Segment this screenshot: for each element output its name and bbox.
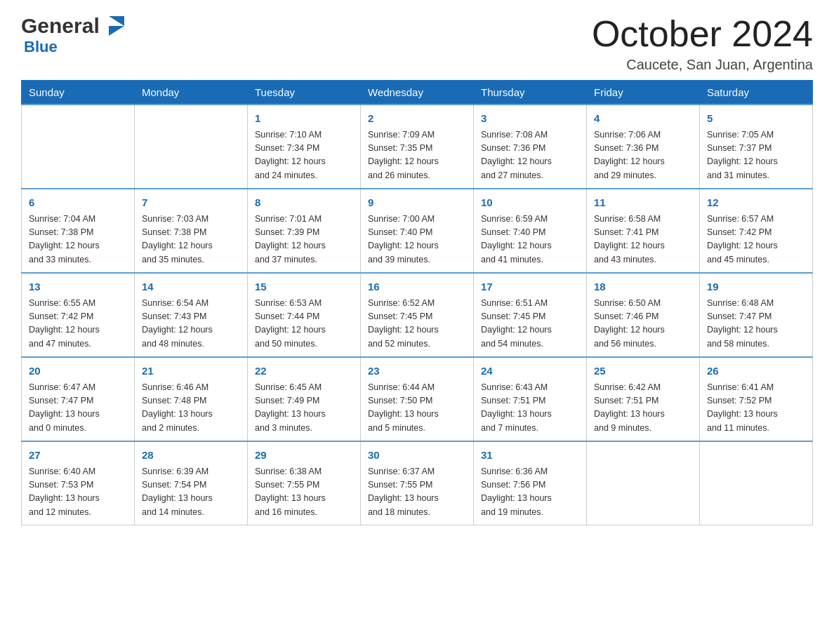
day-info: Sunrise: 6:55 AMSunset: 7:42 PMDaylight:… [29, 297, 127, 351]
day-number: 17 [481, 279, 579, 295]
calendar-cell [700, 441, 813, 525]
day-info: Sunrise: 7:01 AMSunset: 7:39 PMDaylight:… [255, 213, 353, 267]
day-info: Sunrise: 6:59 AMSunset: 7:40 PMDaylight:… [481, 213, 579, 267]
calendar-cell: 6Sunrise: 7:04 AMSunset: 7:38 PMDaylight… [22, 189, 135, 273]
calendar-table: SundayMondayTuesdayWednesdayThursdayFrid… [21, 80, 813, 525]
calendar-cell: 27Sunrise: 6:40 AMSunset: 7:53 PMDayligh… [22, 441, 135, 525]
day-number: 23 [368, 363, 466, 380]
calendar-week-3: 13Sunrise: 6:55 AMSunset: 7:42 PMDayligh… [22, 273, 813, 357]
day-info: Sunrise: 7:08 AMSunset: 7:36 PMDaylight:… [481, 128, 579, 183]
calendar-week-2: 6Sunrise: 7:04 AMSunset: 7:38 PMDaylight… [22, 189, 813, 273]
weekday-header-thursday: Thursday [474, 81, 587, 105]
page-header: General Blue October 2024 Caucete, San J… [21, 14, 813, 73]
day-info: Sunrise: 7:10 AMSunset: 7:34 PMDaylight:… [255, 128, 353, 183]
day-number: 26 [707, 363, 805, 380]
calendar-week-5: 27Sunrise: 6:40 AMSunset: 7:53 PMDayligh… [22, 441, 813, 525]
day-info: Sunrise: 6:53 AMSunset: 7:44 PMDaylight:… [255, 297, 353, 351]
calendar-cell: 9Sunrise: 7:00 AMSunset: 7:40 PMDaylight… [361, 189, 474, 273]
weekday-header-sunday: Sunday [22, 81, 135, 105]
day-number: 18 [594, 279, 692, 295]
calendar-cell: 4Sunrise: 7:06 AMSunset: 7:36 PMDaylight… [587, 105, 700, 189]
calendar-cell: 12Sunrise: 6:57 AMSunset: 7:42 PMDayligh… [700, 189, 813, 273]
day-number: 25 [594, 363, 692, 380]
day-info: Sunrise: 6:46 AMSunset: 7:48 PMDaylight:… [142, 381, 240, 436]
day-number: 1 [255, 111, 353, 127]
day-info: Sunrise: 7:06 AMSunset: 7:36 PMDaylight:… [594, 128, 692, 183]
calendar-cell: 1Sunrise: 7:10 AMSunset: 7:34 PMDaylight… [248, 105, 361, 189]
calendar-cell [22, 105, 135, 189]
day-info: Sunrise: 6:52 AMSunset: 7:45 PMDaylight:… [368, 297, 466, 351]
logo: General Blue [21, 14, 124, 56]
day-info: Sunrise: 6:41 AMSunset: 7:52 PMDaylight:… [707, 381, 805, 436]
calendar-cell: 30Sunrise: 6:37 AMSunset: 7:55 PMDayligh… [361, 441, 474, 525]
calendar-cell: 10Sunrise: 6:59 AMSunset: 7:40 PMDayligh… [474, 189, 587, 273]
calendar-cell: 5Sunrise: 7:05 AMSunset: 7:37 PMDaylight… [700, 105, 813, 189]
day-info: Sunrise: 7:05 AMSunset: 7:37 PMDaylight:… [707, 128, 805, 183]
day-info: Sunrise: 6:39 AMSunset: 7:54 PMDaylight:… [142, 465, 240, 520]
calendar-cell: 19Sunrise: 6:48 AMSunset: 7:47 PMDayligh… [700, 273, 813, 357]
month-title: October 2024 [592, 14, 813, 54]
calendar-cell: 26Sunrise: 6:41 AMSunset: 7:52 PMDayligh… [700, 357, 813, 441]
day-number: 5 [707, 111, 805, 127]
location-text: Caucete, San Juan, Argentina [592, 57, 813, 73]
day-info: Sunrise: 6:38 AMSunset: 7:55 PMDaylight:… [255, 465, 353, 520]
day-info: Sunrise: 6:42 AMSunset: 7:51 PMDaylight:… [594, 381, 692, 436]
day-number: 16 [368, 279, 466, 295]
calendar-week-1: 1Sunrise: 7:10 AMSunset: 7:34 PMDaylight… [22, 105, 813, 189]
weekday-header-wednesday: Wednesday [361, 81, 474, 105]
day-info: Sunrise: 6:58 AMSunset: 7:41 PMDaylight:… [594, 213, 692, 267]
day-number: 11 [594, 195, 692, 211]
svg-marker-0 [109, 16, 124, 26]
day-number: 19 [707, 279, 805, 295]
calendar-cell: 22Sunrise: 6:45 AMSunset: 7:49 PMDayligh… [248, 357, 361, 441]
day-info: Sunrise: 6:36 AMSunset: 7:56 PMDaylight:… [481, 465, 579, 520]
weekday-header-tuesday: Tuesday [248, 81, 361, 105]
day-number: 15 [255, 279, 353, 295]
day-number: 27 [29, 448, 127, 464]
weekday-header-friday: Friday [587, 81, 700, 105]
day-info: Sunrise: 6:43 AMSunset: 7:51 PMDaylight:… [481, 381, 579, 436]
calendar-cell: 20Sunrise: 6:47 AMSunset: 7:47 PMDayligh… [22, 357, 135, 441]
calendar-cell: 25Sunrise: 6:42 AMSunset: 7:51 PMDayligh… [587, 357, 700, 441]
day-number: 31 [481, 448, 579, 464]
calendar-cell: 8Sunrise: 7:01 AMSunset: 7:39 PMDaylight… [248, 189, 361, 273]
calendar-cell: 21Sunrise: 6:46 AMSunset: 7:48 PMDayligh… [135, 357, 248, 441]
weekday-header-saturday: Saturday [700, 81, 813, 105]
weekday-header-monday: Monday [135, 81, 248, 105]
calendar-cell: 2Sunrise: 7:09 AMSunset: 7:35 PMDaylight… [361, 105, 474, 189]
calendar-cell: 31Sunrise: 6:36 AMSunset: 7:56 PMDayligh… [474, 441, 587, 525]
weekday-header-row: SundayMondayTuesdayWednesdayThursdayFrid… [22, 81, 813, 105]
day-number: 28 [142, 448, 240, 464]
day-info: Sunrise: 6:51 AMSunset: 7:45 PMDaylight:… [481, 297, 579, 351]
day-number: 10 [481, 195, 579, 211]
day-number: 20 [29, 363, 127, 380]
day-number: 2 [368, 111, 466, 127]
day-number: 30 [368, 448, 466, 464]
calendar-cell: 29Sunrise: 6:38 AMSunset: 7:55 PMDayligh… [248, 441, 361, 525]
calendar-cell: 14Sunrise: 6:54 AMSunset: 7:43 PMDayligh… [135, 273, 248, 357]
calendar-cell: 17Sunrise: 6:51 AMSunset: 7:45 PMDayligh… [474, 273, 587, 357]
day-info: Sunrise: 6:48 AMSunset: 7:47 PMDaylight:… [707, 297, 805, 351]
day-info: Sunrise: 6:54 AMSunset: 7:43 PMDaylight:… [142, 297, 240, 351]
day-info: Sunrise: 6:57 AMSunset: 7:42 PMDaylight:… [707, 213, 805, 267]
day-number: 29 [255, 448, 353, 464]
calendar-cell: 28Sunrise: 6:39 AMSunset: 7:54 PMDayligh… [135, 441, 248, 525]
day-number: 6 [29, 195, 127, 211]
calendar-cell [135, 105, 248, 189]
day-number: 9 [368, 195, 466, 211]
day-number: 13 [29, 279, 127, 295]
calendar-week-4: 20Sunrise: 6:47 AMSunset: 7:47 PMDayligh… [22, 357, 813, 441]
calendar-cell [587, 441, 700, 525]
calendar-cell: 11Sunrise: 6:58 AMSunset: 7:41 PMDayligh… [587, 189, 700, 273]
day-number: 4 [594, 111, 692, 127]
calendar-cell: 15Sunrise: 6:53 AMSunset: 7:44 PMDayligh… [248, 273, 361, 357]
day-info: Sunrise: 7:00 AMSunset: 7:40 PMDaylight:… [368, 213, 466, 267]
calendar-cell: 18Sunrise: 6:50 AMSunset: 7:46 PMDayligh… [587, 273, 700, 357]
title-section: October 2024 Caucete, San Juan, Argentin… [592, 14, 813, 73]
svg-marker-1 [109, 26, 124, 36]
calendar-cell: 24Sunrise: 6:43 AMSunset: 7:51 PMDayligh… [474, 357, 587, 441]
day-number: 21 [142, 363, 240, 380]
logo-flag-icon [109, 16, 124, 36]
calendar-cell: 13Sunrise: 6:55 AMSunset: 7:42 PMDayligh… [22, 273, 135, 357]
day-info: Sunrise: 7:09 AMSunset: 7:35 PMDaylight:… [368, 128, 466, 183]
